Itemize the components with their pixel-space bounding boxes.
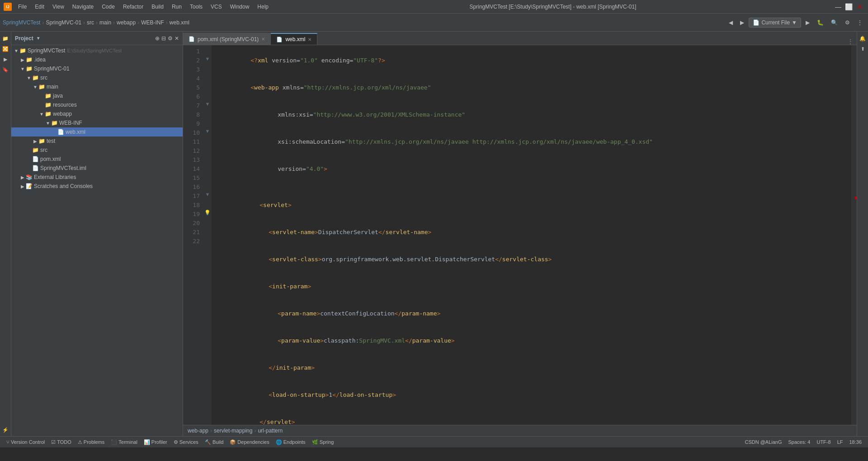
editor-content[interactable]: 1 2 3 4 5 6 7 8 9 10 11 12 13 14 15 16 1…	[183, 45, 857, 425]
status-version-control[interactable]: ⑂ Version Control	[4, 437, 47, 447]
version-control-label: Version Control	[11, 439, 45, 445]
spring-label: Spring	[320, 439, 334, 445]
fold-icon-line2[interactable]: ▼	[205, 56, 210, 61]
run-button[interactable]: ▶	[803, 19, 812, 27]
status-problems[interactable]: ⚠ Problems	[75, 437, 107, 447]
menu-refactor[interactable]: Refactor	[119, 3, 147, 11]
status-profiler[interactable]: 📊 Profiler	[141, 437, 170, 447]
breadcrumb-main[interactable]: main	[99, 19, 111, 26]
line-numbers: 1 2 3 4 5 6 7 8 9 10 11 12 13 14 15 16 1…	[183, 45, 203, 425]
project-settings-icon[interactable]: ⚙	[168, 35, 173, 42]
menu-code[interactable]: Code	[98, 3, 118, 11]
debug-button[interactable]: 🐛	[814, 19, 826, 27]
locate-file-icon[interactable]: ⊕	[155, 35, 160, 42]
settings-button[interactable]: ⚙	[842, 19, 853, 27]
status-line-ending[interactable]: LF	[835, 437, 846, 447]
tree-item-module[interactable]: ▼ 📁 SpringMVC-01	[11, 64, 183, 73]
project-panel: Project ▼ ⊕ ⊟ ⚙ ✕ ▼ 📁 SpringMVCTest E:\S…	[11, 32, 183, 436]
activity-run-icon[interactable]: ▶	[1, 55, 10, 64]
breadcrumb-module[interactable]: SpringMVC-01	[46, 19, 81, 26]
tab-webxml-close[interactable]: ✕	[308, 37, 311, 42]
status-spring[interactable]: 🌿 Spring	[309, 437, 337, 447]
breadcrumb-servlet-mapping[interactable]: servlet-mapping	[214, 428, 252, 434]
tab-pomxml[interactable]: 📄 pom.xml (SpringMVC-01) ✕	[183, 33, 271, 45]
menu-help[interactable]: Help	[254, 3, 272, 11]
status-terminal[interactable]: ⬛ Terminal	[108, 437, 140, 447]
minimize-button[interactable]: —	[834, 2, 843, 11]
fold-icon-line17[interactable]: ▼	[205, 192, 210, 197]
tab-more-icon[interactable]: ⋮	[848, 38, 853, 45]
fold-icon-line7[interactable]: ▼	[205, 101, 210, 107]
menu-window[interactable]: Window	[226, 3, 253, 11]
menu-run[interactable]: Run	[168, 3, 185, 11]
menu-navigate[interactable]: Navigate	[69, 3, 97, 11]
menu-tools[interactable]: Tools	[186, 3, 206, 11]
tree-item-webapp[interactable]: ▼ 📁 webapp	[11, 109, 183, 118]
code-editor[interactable]: <?xml version="1.0" encoding="UTF-8"?> <…	[212, 45, 851, 425]
tree-arrow-module: ▼	[19, 66, 26, 71]
breadcrumb-src[interactable]: src	[87, 19, 94, 26]
search-button[interactable]: 🔍	[828, 19, 840, 27]
tree-item-iml[interactable]: 📄 SpringMVCTest.iml	[11, 164, 183, 173]
editor-tabs-bar: 📄 pom.xml (SpringMVC-01) ✕ 📄 web.xml ✕ ⋮	[183, 32, 857, 45]
collapse-all-icon[interactable]: ⊟	[161, 35, 166, 42]
tree-item-test[interactable]: ▶ 📁 test	[11, 136, 183, 146]
breadcrumb-webxml[interactable]: web.xml	[170, 19, 189, 26]
breadcrumb-webinf[interactable]: WEB-INF	[141, 19, 164, 26]
forward-button[interactable]: ▶	[737, 19, 747, 27]
tree-arrow-test: ▶	[32, 139, 38, 144]
code-line-8: <servlet-name>DispatcherServlet</servlet…	[215, 219, 848, 246]
menu-build[interactable]: Build	[148, 3, 167, 11]
tab-webxml[interactable]: 📄 web.xml ✕	[271, 33, 317, 45]
tree-item-src2[interactable]: 📁 src	[11, 146, 183, 155]
status-encoding[interactable]: UTF-8	[814, 437, 833, 447]
breadcrumb-webap[interactable]: web-app	[188, 428, 208, 434]
tree-item-root[interactable]: ▼ 📁 SpringMVCTest E:\Study\SpringMVCTest	[11, 46, 183, 55]
tree-item-src[interactable]: ▼ 📁 src	[11, 73, 183, 82]
status-todo[interactable]: ☑ TODO	[48, 437, 74, 447]
tree-item-ext-libs[interactable]: ▶ 📚 External Libraries	[11, 173, 183, 182]
activity-project-icon[interactable]: 📁	[1, 34, 10, 43]
username-label: CSDN @ALianG	[745, 439, 782, 445]
back-button[interactable]: ◀	[726, 19, 736, 27]
tree-item-idea[interactable]: ▶ 📁 .idea	[11, 55, 183, 64]
app-logo: IJ	[4, 3, 12, 11]
breadcrumb-url-pattern[interactable]: url-pattern	[258, 428, 283, 434]
project-dropdown-icon[interactable]: ▼	[36, 36, 41, 41]
more-button[interactable]: ⋮	[854, 19, 865, 27]
toolbar-breadcrumb: SpringMVCTest › SpringMVC-01 › src › mai…	[3, 19, 189, 26]
activity-vcs-icon[interactable]: 🔀	[1, 44, 10, 53]
code-line-2: <web-app xmlns="http://xmlns.jcp.org/xml…	[215, 74, 848, 101]
breadcrumb-webapp[interactable]: webapp	[117, 19, 136, 26]
tree-item-webinf[interactable]: ▼ 📁 WEB-INF	[11, 118, 183, 127]
tree-item-scratches[interactable]: ▶ 📝 Scratches and Consoles	[11, 182, 183, 191]
code-line-12: <param-value>classpath:SpringMVC.xml</pa…	[215, 327, 848, 354]
status-build[interactable]: 🔨 Build	[202, 437, 226, 447]
menu-vcs[interactable]: VCS	[207, 3, 226, 11]
activity-structure-icon[interactable]: ⚡	[1, 425, 10, 434]
status-services[interactable]: ⚙ Services	[171, 437, 201, 447]
right-notifications-icon[interactable]: 🔔	[858, 34, 867, 43]
project-close-icon[interactable]: ✕	[175, 35, 179, 42]
status-username[interactable]: CSDN @ALianG	[742, 437, 784, 447]
menu-edit[interactable]: Edit	[31, 3, 48, 11]
tree-item-resources[interactable]: 📁 resources	[11, 100, 183, 109]
tree-item-webxml[interactable]: 📄 web.xml	[11, 127, 183, 136]
activity-bookmark-icon[interactable]: 🔖	[1, 65, 10, 74]
status-dependencies[interactable]: 📦 Dependencies	[227, 437, 272, 447]
tree-item-java[interactable]: 📁 java	[11, 91, 183, 100]
close-button[interactable]: ✕	[855, 2, 864, 11]
fold-icon-line10[interactable]: ▼	[205, 128, 210, 134]
status-spaces[interactable]: Spaces: 4	[786, 437, 813, 447]
breadcrumb-project[interactable]: SpringMVCTest	[3, 19, 40, 26]
maximize-button[interactable]: ⬜	[844, 2, 854, 11]
status-endpoints[interactable]: 🌐 Endpoints	[273, 437, 308, 447]
menu-view[interactable]: View	[49, 3, 68, 11]
status-time[interactable]: 18:36	[846, 437, 864, 447]
tree-item-pomxml[interactable]: 📄 pom.xml	[11, 155, 183, 164]
tab-pomxml-close[interactable]: ✕	[261, 37, 265, 42]
menu-file[interactable]: File	[14, 3, 30, 11]
tree-item-main[interactable]: ▼ 📁 main	[11, 82, 183, 91]
current-file-dropdown[interactable]: 📄 Current File ▼	[749, 18, 801, 28]
right-git-icon[interactable]: ⬆	[858, 44, 867, 53]
